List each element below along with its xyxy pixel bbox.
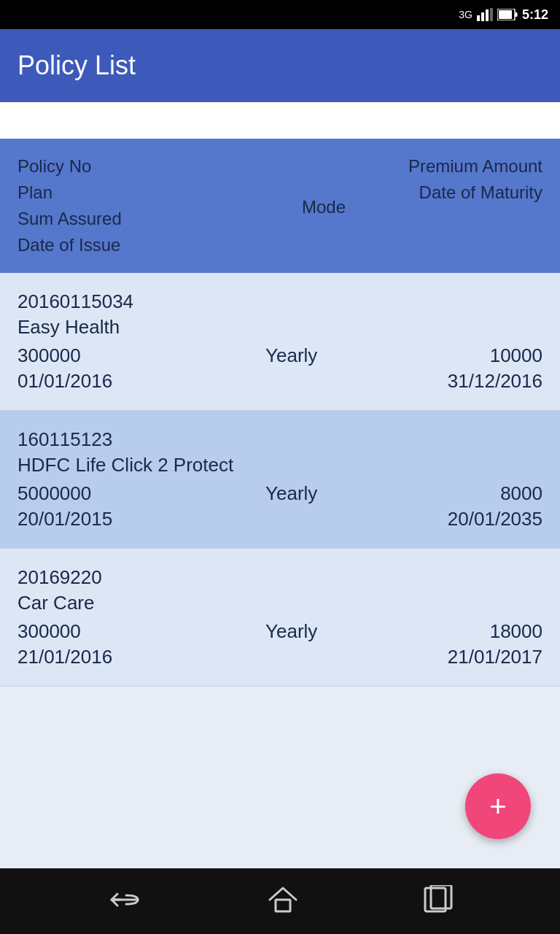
table-header: Policy No Plan Sum Assured Date of Issue… xyxy=(0,139,560,273)
header-date-of-maturity: Date of Maturity xyxy=(382,180,542,206)
policy-details-row: 5000000 Yearly 8000 xyxy=(18,482,542,505)
header-date-of-issue: Date of Issue xyxy=(18,232,265,258)
header-mode: Mode xyxy=(265,194,382,220)
status-bar: 3G 5:12 xyxy=(0,0,560,29)
policy-list-content: 20160115034 Easy Health 300000 Yearly 10… xyxy=(0,273,560,868)
network-type: 3G xyxy=(459,9,472,20)
policy-sum-assured: 5000000 xyxy=(18,482,265,505)
policy-maturity-date: 31/12/2016 xyxy=(265,370,542,393)
policy-premium-amount: 10000 xyxy=(382,344,542,367)
spacer xyxy=(0,102,560,139)
policy-issue-date: 01/01/2016 xyxy=(18,370,265,393)
policy-mode: Yearly xyxy=(265,620,382,643)
status-icons: 3G 5:12 xyxy=(459,7,548,23)
svg-rect-5 xyxy=(515,12,517,17)
header-sum-assured: Sum Assured xyxy=(18,206,265,232)
policy-mode: Yearly xyxy=(265,482,382,505)
recents-button[interactable] xyxy=(422,885,454,917)
policy-number: 160115123 xyxy=(18,428,542,451)
policy-row[interactable]: 160115123 HDFC Life Click 2 Protect 5000… xyxy=(0,411,560,549)
policy-list: 20160115034 Easy Health 300000 Yearly 10… xyxy=(0,273,560,687)
policy-number: 20160115034 xyxy=(18,290,542,313)
battery-icon xyxy=(497,9,518,20)
policy-details-row: 300000 Yearly 18000 xyxy=(18,620,542,643)
svg-rect-7 xyxy=(276,900,290,911)
header-right: Premium Amount Date of Maturity xyxy=(382,153,542,206)
back-icon xyxy=(106,889,144,910)
policy-sum-assured: 300000 xyxy=(18,344,265,367)
app-title: Policy List xyxy=(18,50,136,81)
policy-dates-row: 21/01/2016 21/01/2017 xyxy=(18,646,542,668)
nav-bar xyxy=(0,868,560,934)
signal-bars-icon xyxy=(477,8,493,21)
policy-premium-amount: 8000 xyxy=(382,482,542,505)
policy-row[interactable]: 20160115034 Easy Health 300000 Yearly 10… xyxy=(0,273,560,411)
policy-dates-row: 01/01/2016 31/12/2016 xyxy=(18,370,542,393)
policy-maturity-date: 20/01/2035 xyxy=(265,508,542,530)
app-bar: Policy List xyxy=(0,29,560,102)
policy-plan: Car Care xyxy=(18,592,542,614)
svg-rect-3 xyxy=(490,8,493,21)
header-policy-no: Policy No xyxy=(18,153,265,180)
policy-row[interactable]: 20169220 Car Care 300000 Yearly 18000 21… xyxy=(0,549,560,687)
policy-issue-date: 21/01/2016 xyxy=(18,646,265,668)
policy-maturity-date: 21/01/2017 xyxy=(265,646,542,668)
policy-mode: Yearly xyxy=(265,344,382,367)
policy-sum-assured: 300000 xyxy=(18,620,265,643)
policy-issue-date: 20/01/2015 xyxy=(18,508,265,530)
back-button[interactable] xyxy=(106,889,144,913)
svg-rect-6 xyxy=(499,10,512,19)
policy-plan: Easy Health xyxy=(18,316,542,339)
add-icon: + xyxy=(489,792,506,821)
header-left: Policy No Plan Sum Assured Date of Issue xyxy=(18,153,265,258)
policy-dates-row: 20/01/2015 20/01/2035 xyxy=(18,508,542,530)
svg-rect-2 xyxy=(486,9,489,21)
policy-details-row: 300000 Yearly 10000 xyxy=(18,344,542,367)
svg-rect-0 xyxy=(477,15,480,21)
add-policy-fab[interactable]: + xyxy=(465,773,531,839)
svg-rect-1 xyxy=(481,12,484,21)
header-center: Mode xyxy=(265,153,382,220)
policy-plan: HDFC Life Click 2 Protect xyxy=(18,454,542,476)
policy-number: 20169220 xyxy=(18,566,542,589)
recents-icon xyxy=(422,885,454,914)
header-premium-amount: Premium Amount xyxy=(382,153,542,180)
header-plan: Plan xyxy=(18,180,265,206)
home-icon xyxy=(267,884,299,916)
home-button[interactable] xyxy=(267,884,299,919)
policy-premium-amount: 18000 xyxy=(382,620,542,643)
clock: 5:12 xyxy=(522,7,548,23)
